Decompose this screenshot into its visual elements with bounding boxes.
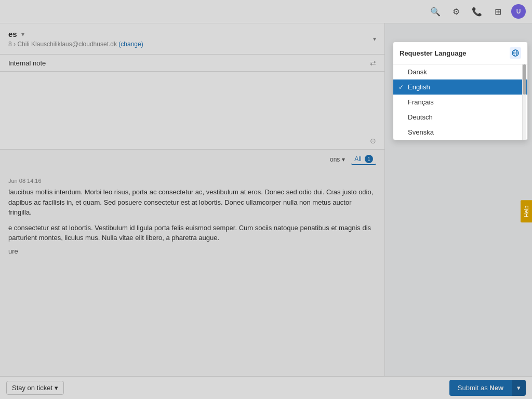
language-label-svenska: Svenska [408, 128, 434, 136]
requester-language-dropdown: Requester Language Dansk ✓ English Franç… [393, 42, 528, 140]
language-label-dansk: Dansk [408, 68, 427, 76]
language-options-list: Dansk ✓ English Français Deutsch Svenska [393, 64, 527, 140]
language-option-svenska[interactable]: Svenska [393, 125, 527, 140]
dropdown-header: Requester Language [393, 42, 527, 64]
language-option-english[interactable]: ✓ English [393, 79, 527, 95]
help-button[interactable]: Help [521, 200, 532, 222]
language-option-dansk[interactable]: Dansk [393, 64, 527, 79]
language-label-deutsch: Deutsch [408, 113, 433, 121]
language-option-francais[interactable]: Français [393, 95, 527, 110]
dropdown-title: Requester Language [400, 49, 467, 57]
language-label-english: English [408, 83, 430, 91]
scroll-indicator [522, 64, 526, 140]
check-mark-icon: ✓ [398, 84, 404, 91]
language-option-deutsch[interactable]: Deutsch [393, 110, 527, 125]
language-icon [510, 47, 521, 59]
language-label-francais: Français [408, 98, 434, 106]
scroll-thumb [523, 64, 526, 95]
